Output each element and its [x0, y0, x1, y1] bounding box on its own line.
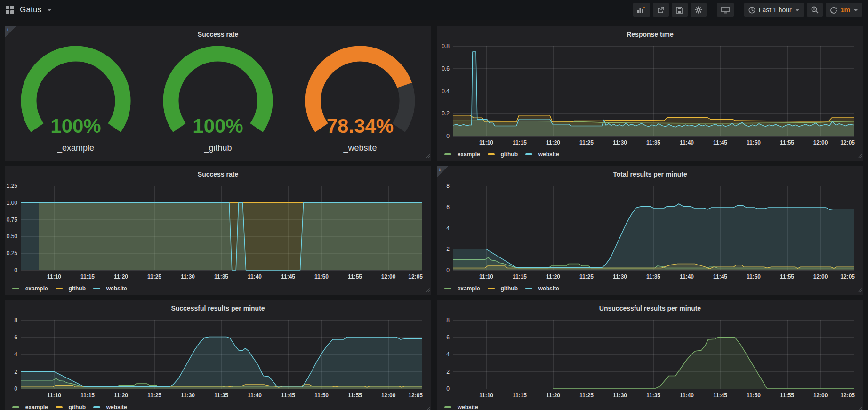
legend-item[interactable]: _website — [444, 404, 478, 410]
svg-text:11:35: 11:35 — [214, 273, 228, 280]
refresh-button[interactable]: 1m — [826, 3, 862, 17]
legend-swatch — [93, 406, 100, 408]
svg-text:6: 6 — [14, 334, 17, 341]
svg-text:11:40: 11:40 — [680, 273, 694, 280]
panel-title[interactable]: Success rate — [5, 166, 431, 178]
legend-swatch — [488, 288, 495, 289]
svg-text:11:25: 11:25 — [147, 273, 161, 280]
panel-title[interactable]: Total results per minute — [437, 166, 863, 178]
legend-item[interactable]: _example — [444, 151, 480, 158]
svg-text:11:40: 11:40 — [680, 139, 694, 146]
legend-item[interactable]: _website — [93, 285, 127, 292]
legend-label: _website — [103, 404, 127, 410]
legend-item[interactable]: _example — [12, 404, 48, 410]
svg-text:0.6: 0.6 — [442, 65, 450, 72]
share-button[interactable] — [653, 3, 669, 17]
legend-item[interactable]: _github — [488, 285, 518, 292]
svg-text:11:55: 11:55 — [780, 392, 794, 399]
legend-item[interactable]: _website — [525, 151, 559, 158]
legend-item[interactable]: _example — [444, 285, 480, 292]
svg-text:4: 4 — [14, 351, 17, 358]
svg-text:8: 8 — [14, 317, 17, 323]
panel-resize-handle[interactable] — [426, 285, 430, 294]
panel-title[interactable]: Success rate — [5, 26, 431, 38]
svg-text:12:05: 12:05 — [408, 392, 423, 399]
svg-text:0: 0 — [14, 386, 17, 392]
legend-label: _website — [535, 151, 559, 158]
legend-swatch — [444, 406, 451, 408]
dashboard-title[interactable]: Gatus — [20, 5, 41, 15]
successful-results-chart: 0246811:1011:1511:2011:2511:3011:3511:40… — [5, 300, 431, 410]
legend-label: _example — [454, 285, 480, 292]
panel-successful-results: Successful results per minute 0246811:10… — [5, 300, 431, 410]
add-panel-button[interactable] — [633, 3, 650, 17]
apps-grid-icon[interactable] — [6, 6, 14, 14]
save-icon — [676, 7, 683, 14]
svg-text:11:10: 11:10 — [479, 273, 493, 280]
chart-plot[interactable]: 0246811:1011:1511:2011:2511:3011:3511:40… — [5, 300, 431, 410]
svg-text:11:15: 11:15 — [513, 139, 527, 146]
legend-swatch — [525, 153, 532, 155]
panel-success-rate-gauges: Success rate 100%_example100%_github78.3… — [5, 26, 431, 161]
legend-label: _github — [498, 285, 518, 292]
svg-text:0.75: 0.75 — [7, 217, 18, 223]
svg-text:11:55: 11:55 — [348, 273, 362, 280]
settings-button[interactable] — [691, 3, 707, 17]
legend-swatch — [56, 288, 63, 289]
panel-title[interactable]: Unsuccessful results per minute — [437, 300, 863, 312]
panel-resize-handle[interactable] — [858, 404, 862, 410]
legend-item[interactable]: _website — [525, 285, 559, 292]
legend-swatch — [93, 288, 100, 289]
svg-text:11:55: 11:55 — [348, 392, 362, 399]
panel-info-corner[interactable]: i — [5, 26, 16, 38]
gauge-_github: 100%_github — [147, 40, 289, 161]
svg-text:0.50: 0.50 — [7, 233, 18, 240]
svg-text:11:25: 11:25 — [579, 139, 594, 146]
chart-plot[interactable]: 00.250.500.751.001.2511:1011:1511:2011:2… — [5, 166, 431, 295]
svg-text:0.8: 0.8 — [442, 43, 450, 49]
svg-text:11:55: 11:55 — [780, 139, 794, 146]
legend-label: _website — [454, 404, 478, 410]
svg-text:11:15: 11:15 — [513, 392, 527, 399]
legend-swatch — [525, 288, 532, 289]
svg-text:1.00: 1.00 — [7, 200, 18, 206]
legend-item[interactable]: _website — [93, 404, 127, 410]
legend-item[interactable]: _github — [56, 285, 86, 292]
zoom-out-button[interactable] — [807, 3, 823, 17]
panel-title[interactable]: Successful results per minute — [5, 300, 431, 312]
svg-text:11:45: 11:45 — [713, 139, 727, 146]
panel-title[interactable]: Response time — [437, 26, 863, 38]
panel-resize-handle[interactable] — [858, 285, 862, 294]
legend-item[interactable]: _github — [488, 151, 518, 158]
svg-text:0: 0 — [446, 386, 450, 392]
legend-label: _example — [454, 151, 480, 158]
svg-text:11:35: 11:35 — [646, 139, 660, 146]
legend-label: _github — [65, 404, 86, 410]
chart-plot[interactable]: 0246811:1011:1511:2011:2511:3011:3511:40… — [437, 300, 863, 410]
gear-icon — [695, 6, 702, 14]
tv-mode-button[interactable] — [717, 3, 734, 17]
svg-text:11:25: 11:25 — [579, 392, 594, 399]
legend-item[interactable]: _example — [12, 285, 48, 292]
svg-text:11:40: 11:40 — [248, 273, 262, 280]
save-button[interactable] — [672, 3, 688, 17]
chart-plot[interactable]: 0246811:1011:1511:2011:2511:3011:3511:40… — [437, 166, 863, 295]
gauge-_website: 78.34%_website — [289, 40, 431, 161]
svg-text:12:05: 12:05 — [840, 139, 855, 146]
time-range-button[interactable]: Last 1 hour — [744, 3, 804, 17]
panel-info-corner[interactable]: i — [437, 166, 448, 177]
panel-resize-handle[interactable] — [426, 151, 430, 160]
dashboard-dropdown-caret-icon[interactable] — [47, 9, 52, 11]
panel-resize-handle[interactable] — [858, 151, 862, 160]
panel-resize-handle[interactable] — [426, 404, 430, 410]
chart-plot[interactable]: 00.20.40.60.811:1011:1511:2011:2511:3011… — [437, 26, 863, 161]
svg-text:11:10: 11:10 — [479, 139, 493, 146]
svg-text:2: 2 — [446, 369, 450, 375]
svg-text:11:30: 11:30 — [613, 392, 627, 399]
chart-legend: _example_github_website — [444, 285, 559, 292]
svg-text:6: 6 — [446, 204, 450, 210]
legend-swatch — [444, 153, 451, 155]
legend-label: _github — [498, 151, 518, 158]
response-time-chart: 00.20.40.60.811:1011:1511:2011:2511:3011… — [437, 26, 863, 161]
legend-item[interactable]: _github — [56, 404, 86, 410]
